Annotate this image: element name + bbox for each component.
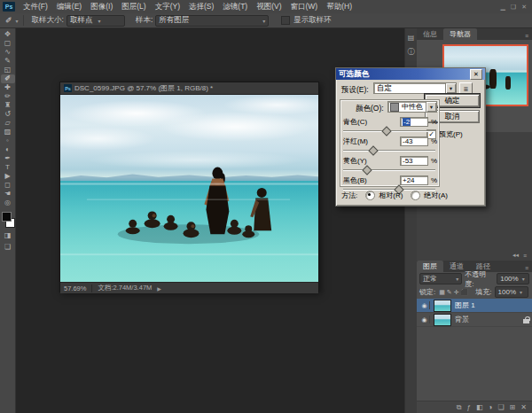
layer-thumbnail[interactable] — [434, 300, 451, 312]
slider-value-field[interactable]: -2 — [400, 117, 428, 127]
tab-info[interactable]: 信息 — [417, 28, 443, 40]
quick-mask-icon[interactable]: ◨ — [1, 231, 15, 240]
menu-item[interactable]: 文字(Y) — [151, 0, 184, 13]
panel-menu-icon[interactable]: ≡ — [521, 33, 532, 40]
adjustment-layer-icon[interactable]: ◑ — [489, 403, 493, 411]
layer-mask-icon[interactable]: ◧ — [476, 403, 483, 411]
slider-thumb[interactable] — [362, 165, 372, 175]
tab-navigator[interactable]: 导航器 — [443, 28, 477, 40]
absolute-radio[interactable] — [411, 191, 420, 200]
tab-layers[interactable]: 图层 — [417, 261, 443, 272]
menu-item[interactable]: 选择(S) — [184, 0, 218, 13]
menu-item[interactable]: 帮助(H) — [322, 0, 356, 13]
move-tool[interactable]: ✥ — [1, 30, 15, 39]
menu-item[interactable]: 滤镜(T) — [218, 0, 252, 13]
color-dropdown[interactable]: 中性色 ▼ — [387, 101, 437, 113]
dodge-tool[interactable]: ◐ — [1, 145, 15, 154]
menu-item[interactable]: 图像(I) — [86, 0, 117, 13]
menu-item[interactable]: 视图(V) — [252, 0, 286, 13]
status-menu-arrow-icon[interactable]: ▶ — [157, 285, 161, 292]
opacity-dropdown[interactable]: 100%▾ — [497, 273, 529, 284]
gradient-tool[interactable]: ▨ — [1, 128, 15, 136]
layer-style-icon[interactable]: ƒ — [467, 403, 471, 411]
marquee-tool[interactable]: ▢ — [1, 39, 15, 48]
chevron-down-icon: ▾ — [522, 276, 525, 282]
method-row: 方法: 相对(R) 绝对(A) — [341, 191, 452, 200]
shape-tool[interactable]: ◻ — [1, 181, 15, 190]
hand-tool[interactable]: ☚ — [1, 190, 15, 199]
clone-stamp-tool[interactable]: ♜ — [1, 101, 15, 110]
visibility-eye-icon[interactable]: ◉ — [419, 316, 430, 323]
brush-tool[interactable]: ✏ — [1, 92, 15, 101]
zoom-level[interactable]: 57.69% — [64, 284, 86, 292]
info-panel-icon[interactable]: ⓘ — [408, 47, 415, 57]
crop-tool[interactable]: ◱ — [1, 66, 15, 74]
chevron-down-icon: ▾ — [16, 18, 19, 24]
delete-layer-icon[interactable]: ✕ — [520, 403, 527, 411]
healing-brush-tool[interactable]: ✚ — [1, 83, 15, 92]
foreground-color-swatch[interactable] — [2, 212, 12, 222]
collapse-panels-icon[interactable]: ◂◂ — [512, 252, 519, 259]
menu-item[interactable]: 窗口(W) — [286, 0, 323, 13]
lock-position-icon[interactable]: ✛ — [454, 289, 459, 295]
close-icon[interactable]: ✕ — [470, 69, 482, 80]
panel-options-icon[interactable]: ≡ — [523, 253, 527, 259]
pen-tool[interactable]: ✒ — [1, 154, 15, 163]
slider-track[interactable] — [343, 147, 435, 154]
slider-track[interactable] — [343, 167, 435, 174]
close-window-icon[interactable]: ✕ — [521, 0, 527, 13]
blur-tool[interactable]: ◦ — [1, 136, 15, 145]
path-selection-tool[interactable]: ▶ — [1, 172, 15, 181]
lock-all-icon[interactable]: ⬛ — [461, 289, 469, 295]
histogram-panel-icon[interactable]: ▤ — [408, 34, 415, 42]
layer-row[interactable]: ◉图层 1 — [417, 299, 532, 313]
sample-dropdown[interactable]: 所有图层▾ — [155, 15, 269, 27]
menu-item[interactable]: 编辑(E) — [52, 0, 86, 13]
preset-dropdown[interactable]: 自定 ▼ — [373, 82, 457, 94]
dialog-title-bar[interactable]: 可选颜色 ✕ — [336, 68, 485, 80]
lasso-tool[interactable]: ∿ — [1, 48, 15, 57]
relative-radio[interactable] — [365, 191, 375, 200]
eyedropper-tool[interactable]: ✐ — [1, 74, 15, 83]
restore-icon[interactable]: ❏ — [511, 0, 516, 13]
layer-group-icon[interactable]: ❏ — [497, 403, 504, 411]
photoshop-logo: Ps — [3, 2, 15, 12]
history-brush-tool[interactable]: ↺ — [1, 110, 15, 119]
screen-mode-icon[interactable]: ❏ — [1, 243, 15, 252]
menu-item[interactable]: 图层(L) — [117, 0, 150, 13]
show-sample-ring-checkbox[interactable] — [281, 16, 290, 25]
color-label: 颜色(O): — [356, 104, 384, 114]
percent-label: % — [428, 137, 437, 145]
slider-value-field[interactable]: -43 — [400, 136, 428, 146]
slider-thumb[interactable] — [381, 126, 391, 136]
divider — [91, 284, 92, 292]
photo-canvas[interactable] — [60, 95, 318, 282]
slider-track[interactable] — [343, 128, 435, 135]
eyedropper-tool-icon[interactable]: ✐ — [0, 16, 16, 25]
neutral-color-chip — [390, 103, 399, 112]
relative-label: 相对(R) — [379, 191, 403, 200]
quick-selection-tool[interactable]: ✎ — [1, 57, 15, 66]
lock-pixels-icon[interactable]: ✎ — [447, 289, 452, 295]
slider-value-field[interactable]: -53 — [400, 156, 428, 166]
fill-dropdown[interactable]: 100%▾ — [495, 286, 528, 298]
lock-transparency-icon[interactable]: ▦ — [439, 289, 445, 295]
percent-label: % — [428, 118, 437, 126]
slider-thumb[interactable] — [369, 145, 379, 155]
visibility-eye-icon[interactable]: ◉ — [419, 301, 430, 309]
menu-item[interactable]: 文件(F) — [19, 0, 52, 13]
layer-name: 背景 — [455, 315, 469, 324]
document-title-bar[interactable]: Ps DSC_0599.JPG @ 57.7% (图层 1, RGB/8) * — [60, 82, 318, 95]
sample-size-dropdown[interactable]: 取样点▾ — [66, 15, 125, 27]
new-layer-icon[interactable]: ⊞ — [510, 403, 516, 411]
layer-row[interactable]: ◉背景 — [417, 313, 532, 327]
slider-value-field[interactable]: +24 — [400, 175, 428, 185]
type-tool[interactable]: T — [1, 163, 15, 172]
blend-mode-dropdown[interactable]: 正常▾ — [419, 273, 462, 284]
eraser-tool[interactable]: ▱ — [1, 119, 15, 128]
panel-menu-icon[interactable]: ≡ — [521, 265, 532, 272]
zoom-tool[interactable]: ◎ — [1, 199, 15, 207]
minimize-icon[interactable]: ▁ — [500, 0, 505, 13]
layer-thumbnail[interactable] — [434, 314, 451, 326]
link-layers-icon[interactable]: ⧉ — [457, 403, 462, 412]
